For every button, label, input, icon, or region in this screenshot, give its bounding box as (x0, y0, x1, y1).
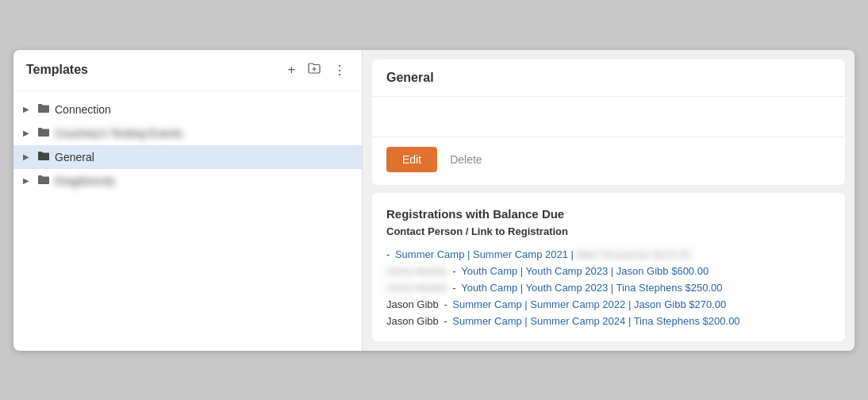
sidebar-item-label: Connection (55, 103, 111, 116)
action-row: Edit Delete (372, 137, 845, 185)
template-detail-card: General Edit Delete (372, 60, 845, 185)
template-detail-body (372, 97, 845, 137)
dash-separator: - (450, 282, 459, 294)
templates-title: Templates (26, 63, 88, 77)
right-panel: General Edit Delete Registrations with B… (363, 50, 855, 351)
left-panel: Templates + ⋮ ▶ Connec (13, 50, 363, 351)
folder-add-button[interactable] (305, 61, 324, 79)
chevron-icon: ▶ (23, 129, 33, 137)
registration-link[interactable]: Summer Camp | Summer Camp 2022 | Jason G… (452, 298, 726, 310)
left-header: Templates + ⋮ (13, 50, 362, 91)
contact-name-blurred: Aloha Marble (386, 265, 447, 277)
template-detail-title: General (386, 71, 434, 84)
registration-link[interactable]: Youth Camp | Youth Camp 2023 | Tina Step… (461, 282, 722, 294)
template-detail-header: General (372, 60, 845, 97)
registrations-subtitle: Contact Person / Link to Registration (386, 225, 831, 237)
dash-separator: - (441, 298, 451, 310)
list-item: Jason Gibb - Summer Camp | Summer Camp 2… (386, 315, 831, 327)
registrations-card: Registrations with Balance Due Contact P… (372, 193, 845, 341)
header-actions: + ⋮ (285, 61, 349, 79)
registrations-list: - Summer Camp | Summer Camp 2021 | Mike … (386, 248, 831, 327)
blurred-name: Mike Houseman $215.00 (576, 248, 691, 260)
folder-icon (37, 151, 50, 163)
sidebar-item-courtney[interactable]: ▶ Courtney's Testing Events (13, 121, 362, 145)
add-template-button[interactable]: + (285, 61, 298, 79)
folder-icon (37, 175, 50, 187)
delete-button[interactable]: Delete (450, 147, 482, 172)
dash-separator: - (441, 315, 451, 327)
sidebar-item-general[interactable]: ▶ General (13, 145, 362, 169)
chevron-icon: ▶ (23, 152, 33, 161)
chevron-icon: ▶ (23, 176, 33, 185)
sidebar-item-label: Courtney's Testing Events (55, 127, 182, 140)
registrations-title: Registrations with Balance Due (386, 207, 831, 221)
contact-name: Jason Gibb (386, 298, 439, 310)
contact-name-blurred: Aloha Marble (386, 282, 447, 294)
registration-link[interactable]: Summer Camp | Summer Camp 2021 | (395, 248, 574, 260)
list-item: Jason Gibb - Summer Camp | Summer Camp 2… (386, 298, 831, 310)
template-tree: ▶ Connection ▶ Courtney's Testing Events… (13, 91, 362, 199)
sidebar-item-label: General (55, 151, 94, 163)
chevron-icon: ▶ (23, 105, 33, 113)
sidebar-item-kingdomcity[interactable]: ▶ Kingdomcity (13, 169, 362, 193)
folder-icon (37, 103, 50, 116)
contact-name: Jason Gibb (386, 315, 439, 327)
more-options-button[interactable]: ⋮ (330, 61, 349, 79)
list-item: Aloha Marble - Youth Camp | Youth Camp 2… (386, 265, 831, 277)
sidebar-item-connection[interactable]: ▶ Connection (13, 98, 362, 121)
list-item: Aloha Marble - Youth Camp | Youth Camp 2… (386, 282, 831, 294)
dash-separator: - (450, 265, 459, 277)
registration-link[interactable]: Summer Camp | Summer Camp 2024 | Tina St… (452, 315, 739, 327)
folder-icon (37, 127, 50, 140)
dash-prefix: - (386, 248, 393, 260)
empty-content (386, 111, 831, 127)
edit-button[interactable]: Edit (386, 147, 437, 172)
list-item: - Summer Camp | Summer Camp 2021 | Mike … (386, 248, 831, 260)
registration-link[interactable]: Youth Camp | Youth Camp 2023 | Jason Gib… (461, 265, 709, 277)
sidebar-item-label: Kingdomcity (55, 175, 115, 187)
main-container: Templates + ⋮ ▶ Connec (13, 50, 855, 351)
